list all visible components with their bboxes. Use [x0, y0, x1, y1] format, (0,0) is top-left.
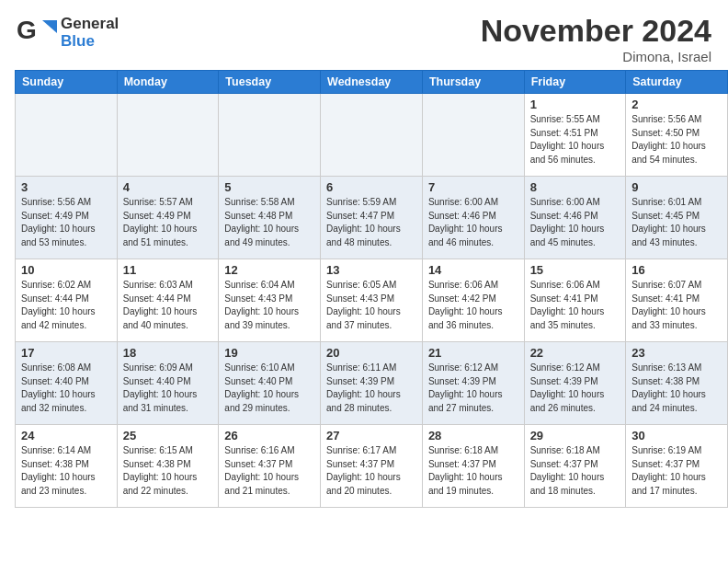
month-title: November 2024 — [481, 13, 711, 49]
day-number: 10 — [21, 263, 111, 277]
day-cell: 17Sunrise: 6:08 AMSunset: 4:40 PMDayligh… — [16, 342, 118, 425]
sunset-text: Sunset: 4:41 PM — [631, 293, 722, 306]
sunset-text: Sunset: 4:39 PM — [326, 375, 416, 389]
daylight-text: Daylight: 10 hours and 32 minutes. — [21, 388, 111, 415]
sunrise-text: Sunrise: 5:57 AM — [123, 196, 213, 210]
sunset-text: Sunset: 4:44 PM — [21, 293, 111, 306]
logo-blue: Blue — [61, 33, 119, 51]
daylight-text: Daylight: 10 hours and 17 minutes. — [631, 471, 722, 498]
header-thursday: Thursday — [422, 71, 524, 94]
empty-day-cell — [16, 94, 118, 177]
day-cell: 6Sunrise: 5:59 AMSunset: 4:47 PMDaylight… — [321, 177, 423, 259]
sunset-text: Sunset: 4:42 PM — [428, 293, 518, 306]
day-number: 13 — [326, 263, 416, 277]
day-cell: 22Sunrise: 6:12 AMSunset: 4:39 PMDayligh… — [524, 342, 626, 425]
sunset-text: Sunset: 4:49 PM — [123, 210, 213, 224]
sunset-text: Sunset: 4:38 PM — [123, 458, 213, 472]
daylight-text: Daylight: 10 hours and 43 minutes. — [631, 223, 722, 249]
logo-icon: G — [17, 13, 57, 53]
sunset-text: Sunset: 4:40 PM — [224, 375, 314, 389]
daylight-text: Daylight: 10 hours and 37 minutes. — [326, 305, 416, 332]
day-number: 14 — [428, 263, 518, 277]
sunset-text: Sunset: 4:44 PM — [123, 293, 213, 306]
sunset-text: Sunset: 4:38 PM — [631, 375, 722, 389]
header-saturday: Saturday — [626, 71, 728, 94]
daylight-text: Daylight: 10 hours and 24 minutes. — [631, 388, 722, 415]
daylight-text: Daylight: 10 hours and 29 minutes. — [224, 388, 314, 415]
sunset-text: Sunset: 4:51 PM — [530, 127, 620, 141]
day-number: 7 — [428, 180, 518, 194]
sunrise-text: Sunrise: 6:10 AM — [224, 362, 314, 375]
day-cell: 25Sunrise: 6:15 AMSunset: 4:38 PMDayligh… — [117, 425, 219, 508]
day-cell: 3Sunrise: 5:56 AMSunset: 4:49 PMDaylight… — [16, 177, 118, 259]
daylight-text: Daylight: 10 hours and 39 minutes. — [224, 305, 314, 332]
day-cell: 1Sunrise: 5:55 AMSunset: 4:51 PMDaylight… — [524, 94, 626, 177]
empty-day-cell — [422, 94, 524, 177]
day-number: 17 — [21, 346, 111, 360]
header-tuesday: Tuesday — [219, 71, 321, 94]
logo-text: General Blue — [61, 16, 119, 50]
sunrise-text: Sunrise: 6:03 AM — [123, 279, 213, 293]
sunset-text: Sunset: 4:49 PM — [21, 210, 111, 224]
sunrise-text: Sunrise: 6:12 AM — [428, 362, 518, 375]
day-cell: 29Sunrise: 6:18 AMSunset: 4:37 PMDayligh… — [524, 425, 626, 508]
day-cell: 27Sunrise: 6:17 AMSunset: 4:37 PMDayligh… — [321, 425, 423, 508]
daylight-text: Daylight: 10 hours and 33 minutes. — [631, 305, 722, 332]
day-number: 23 — [631, 346, 722, 360]
sunset-text: Sunset: 4:39 PM — [428, 375, 518, 389]
day-cell: 24Sunrise: 6:14 AMSunset: 4:38 PMDayligh… — [16, 425, 118, 508]
logo-general: General — [61, 16, 119, 33]
day-number: 30 — [631, 429, 722, 442]
daylight-text: Daylight: 10 hours and 36 minutes. — [428, 305, 518, 332]
sunset-text: Sunset: 4:43 PM — [326, 293, 416, 306]
sunrise-text: Sunrise: 6:13 AM — [631, 362, 722, 375]
sunrise-text: Sunrise: 6:12 AM — [530, 362, 620, 375]
day-number: 27 — [326, 429, 416, 442]
daylight-text: Daylight: 10 hours and 23 minutes. — [21, 471, 111, 498]
day-number: 26 — [224, 429, 314, 442]
daylight-text: Daylight: 10 hours and 56 minutes. — [530, 140, 620, 167]
day-number: 15 — [530, 263, 620, 277]
day-cell: 19Sunrise: 6:10 AMSunset: 4:40 PMDayligh… — [219, 342, 321, 425]
day-cell: 26Sunrise: 6:16 AMSunset: 4:37 PMDayligh… — [219, 425, 321, 508]
day-cell: 7Sunrise: 6:00 AMSunset: 4:46 PMDaylight… — [422, 177, 524, 259]
sunrise-text: Sunrise: 6:05 AM — [326, 279, 416, 293]
day-cell: 8Sunrise: 6:00 AMSunset: 4:46 PMDaylight… — [524, 177, 626, 259]
day-cell: 20Sunrise: 6:11 AMSunset: 4:39 PMDayligh… — [321, 342, 423, 425]
title-section: November 2024 Dimona, Israel — [481, 13, 711, 64]
daylight-text: Daylight: 10 hours and 21 minutes. — [224, 471, 314, 498]
calendar-header-row: Sunday Monday Tuesday Wednesday Thursday… — [16, 71, 728, 94]
sunrise-text: Sunrise: 6:15 AM — [123, 444, 213, 458]
sunset-text: Sunset: 4:37 PM — [326, 458, 416, 472]
daylight-text: Daylight: 10 hours and 54 minutes. — [631, 140, 722, 167]
day-number: 20 — [326, 346, 416, 360]
daylight-text: Daylight: 10 hours and 28 minutes. — [326, 388, 416, 415]
calendar-week-row: 3Sunrise: 5:56 AMSunset: 4:49 PMDaylight… — [16, 177, 728, 259]
sunrise-text: Sunrise: 6:06 AM — [530, 279, 620, 293]
sunset-text: Sunset: 4:41 PM — [530, 293, 620, 306]
location: Dimona, Israel — [481, 49, 711, 64]
calendar-week-row: 24Sunrise: 6:14 AMSunset: 4:38 PMDayligh… — [16, 425, 728, 508]
day-cell: 28Sunrise: 6:18 AMSunset: 4:37 PMDayligh… — [422, 425, 524, 508]
day-cell: 13Sunrise: 6:05 AMSunset: 4:43 PMDayligh… — [321, 259, 423, 342]
sunrise-text: Sunrise: 6:00 AM — [530, 196, 620, 210]
sunset-text: Sunset: 4:39 PM — [530, 375, 620, 389]
sunset-text: Sunset: 4:37 PM — [428, 458, 518, 472]
sunrise-text: Sunrise: 5:56 AM — [631, 113, 722, 127]
daylight-text: Daylight: 10 hours and 51 minutes. — [123, 223, 213, 249]
sunset-text: Sunset: 4:40 PM — [21, 375, 111, 389]
day-cell: 2Sunrise: 5:56 AMSunset: 4:50 PMDaylight… — [626, 94, 728, 177]
sunset-text: Sunset: 4:47 PM — [326, 210, 416, 224]
day-number: 25 — [123, 429, 213, 442]
calendar-week-row: 10Sunrise: 6:02 AMSunset: 4:44 PMDayligh… — [16, 259, 728, 342]
day-cell: 18Sunrise: 6:09 AMSunset: 4:40 PMDayligh… — [117, 342, 219, 425]
daylight-text: Daylight: 10 hours and 53 minutes. — [21, 223, 111, 249]
sunrise-text: Sunrise: 6:06 AM — [428, 279, 518, 293]
day-cell: 5Sunrise: 5:58 AMSunset: 4:48 PMDaylight… — [219, 177, 321, 259]
daylight-text: Daylight: 10 hours and 27 minutes. — [428, 388, 518, 415]
sunrise-text: Sunrise: 6:07 AM — [631, 279, 722, 293]
day-cell: 14Sunrise: 6:06 AMSunset: 4:42 PMDayligh… — [422, 259, 524, 342]
empty-day-cell — [219, 94, 321, 177]
day-cell: 9Sunrise: 6:01 AMSunset: 4:45 PMDaylight… — [626, 177, 728, 259]
calendar-week-row: 1Sunrise: 5:55 AMSunset: 4:51 PMDaylight… — [16, 94, 728, 177]
